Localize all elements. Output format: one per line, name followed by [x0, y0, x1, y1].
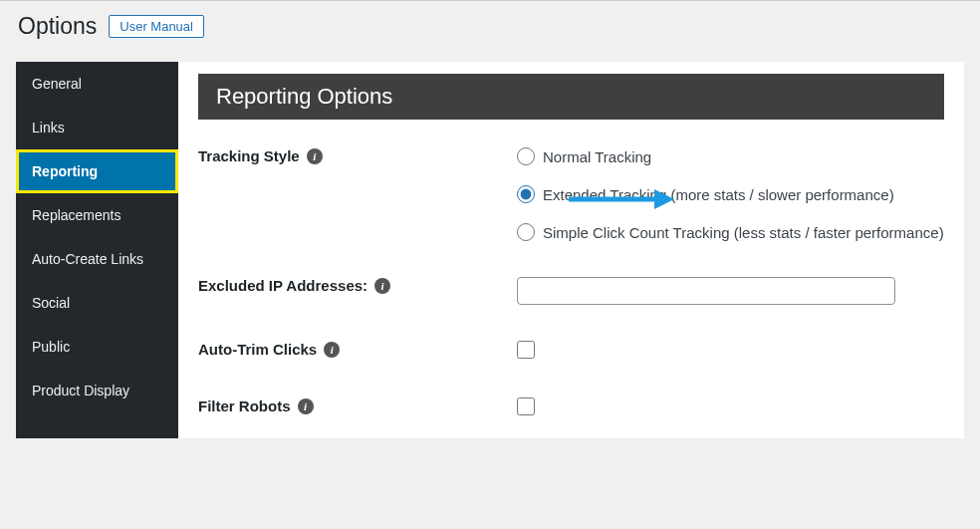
sidebar-item-links[interactable]: Links: [16, 106, 178, 149]
filter-robots-row: Filter Robots i: [198, 397, 944, 418]
sidebar-item-label: General: [32, 76, 82, 92]
radio-label: Simple Click Count Tracking (less stats …: [543, 224, 944, 241]
info-icon[interactable]: i: [298, 398, 314, 414]
tracking-option-extended[interactable]: Extended Tracking (more stats / slower p…: [517, 185, 944, 203]
sidebar-item-label: Replacements: [32, 207, 122, 223]
panel-title: Reporting Options: [198, 74, 944, 120]
excluded-ips-row: Excluded IP Addresses: i: [198, 277, 944, 305]
sidebar-item-general[interactable]: General: [16, 62, 178, 106]
tracking-option-normal[interactable]: Normal Tracking: [517, 147, 944, 165]
auto-trim-row: Auto-Trim Clicks i: [198, 341, 944, 362]
user-manual-button[interactable]: User Manual: [109, 15, 204, 38]
settings-sidebar: General Links Reporting Replacements Aut…: [16, 62, 178, 438]
sidebar-item-social[interactable]: Social: [16, 281, 178, 325]
sidebar-item-label: Reporting: [32, 163, 98, 179]
tracking-option-simple[interactable]: Simple Click Count Tracking (less stats …: [517, 223, 944, 241]
excluded-ips-label: Excluded IP Addresses:: [198, 277, 368, 294]
tracking-radio-extended[interactable]: [517, 185, 535, 203]
sidebar-item-replacements[interactable]: Replacements: [16, 193, 178, 237]
radio-label: Extended Tracking (more stats / slower p…: [543, 186, 894, 203]
tracking-style-row: Tracking Style i Normal Tracking Extende…: [198, 147, 944, 241]
sidebar-item-reporting[interactable]: Reporting: [16, 149, 178, 193]
sidebar-item-label: Public: [32, 339, 70, 355]
sidebar-item-public[interactable]: Public: [16, 325, 178, 369]
auto-trim-checkbox[interactable]: [517, 341, 535, 359]
sidebar-item-label: Social: [32, 295, 70, 311]
radio-label: Normal Tracking: [543, 148, 651, 165]
info-icon[interactable]: i: [307, 148, 323, 164]
page-title: Options: [18, 13, 97, 40]
tracking-style-label: Tracking Style: [198, 147, 300, 164]
excluded-ips-input[interactable]: [517, 277, 895, 305]
sidebar-item-product-display[interactable]: Product Display: [16, 369, 178, 412]
sidebar-item-auto-create-links[interactable]: Auto-Create Links: [16, 237, 178, 281]
sidebar-item-label: Auto-Create Links: [32, 251, 143, 267]
filter-robots-checkbox[interactable]: [517, 397, 535, 415]
tracking-style-radio-group: Normal Tracking Extended Tracking (more …: [517, 147, 944, 241]
sidebar-item-label: Product Display: [32, 383, 129, 398]
info-icon[interactable]: i: [324, 342, 340, 358]
sidebar-item-label: Links: [32, 120, 65, 135]
auto-trim-label: Auto-Trim Clicks: [198, 341, 317, 358]
page-header: Options User Manual: [0, 1, 980, 62]
info-icon[interactable]: i: [374, 278, 390, 294]
tracking-radio-normal[interactable]: [517, 147, 535, 165]
filter-robots-label: Filter Robots: [198, 397, 291, 414]
tracking-radio-simple[interactable]: [517, 223, 535, 241]
settings-panel: Reporting Options Tracking Style i Norma…: [178, 62, 964, 438]
